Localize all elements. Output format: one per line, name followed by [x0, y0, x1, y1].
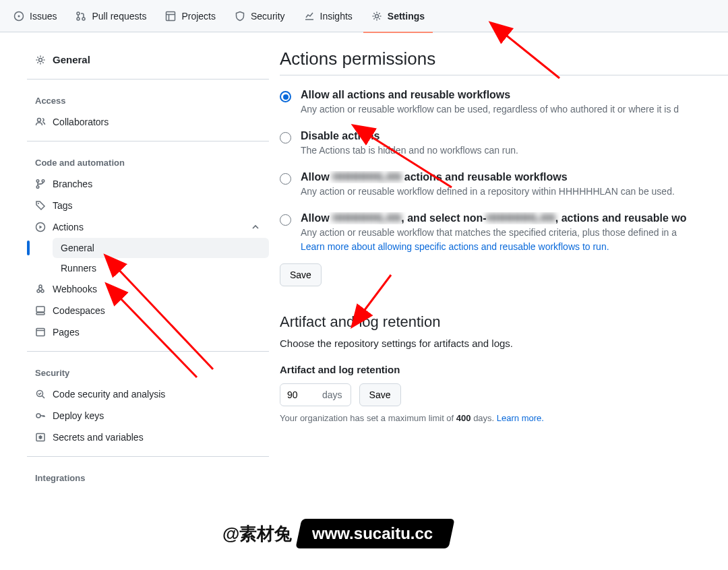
retention-unit: days [321, 385, 351, 404]
tab-pulls[interactable]: Pull requests [67, 0, 154, 32]
git-pull-request-icon [75, 11, 86, 22]
divider [27, 141, 269, 141]
retention-days-input[interactable] [280, 385, 321, 404]
sidebar-subitem-actions-general[interactable]: General [53, 238, 269, 258]
svg-point-9 [36, 180, 39, 183]
svg-point-7 [39, 58, 42, 61]
tab-label: Pull requests [92, 11, 146, 22]
sidebar-item-branches[interactable]: Branches [27, 173, 269, 195]
sidebar-item-webhooks[interactable]: Webhooks [27, 278, 269, 300]
radio-input[interactable] [280, 91, 291, 102]
project-icon [165, 11, 176, 22]
svg-rect-17 [36, 307, 44, 312]
settings-sidebar: General Access Collaborators Code and au… [0, 32, 280, 505]
sidebar-item-label: Actions [53, 222, 84, 232]
sidebar-item-codespaces[interactable]: Codespaces [27, 300, 269, 321]
radio-label: Allow HHHHHHLAN actions and reusable wor… [301, 171, 728, 183]
sidebar-item-label: Branches [53, 179, 92, 189]
retention-input-group: days [280, 383, 351, 406]
radio-description: The Actions tab is hidden and no workflo… [301, 144, 728, 158]
sidebar-item-deploy-keys[interactable]: Deploy keys [27, 405, 269, 426]
sidebar-item-label: Codespaces [53, 305, 105, 316]
codespaces-icon [35, 305, 46, 316]
tab-label: Security [251, 11, 285, 22]
radio-allow-all[interactable]: Allow all actions and reusable workflows… [280, 89, 728, 117]
radio-label: Allow HHHHHHLAN, and select non-HHHHHHLA… [301, 212, 728, 224]
radio-allow-org[interactable]: Allow HHHHHHLAN actions and reusable wor… [280, 171, 728, 199]
git-branch-icon [35, 179, 46, 189]
sidebar-item-label: General [61, 243, 94, 253]
tab-settings[interactable]: Settings [363, 0, 433, 32]
sidebar-item-code-security[interactable]: Code security and analysis [27, 383, 269, 405]
svg-rect-5 [166, 11, 175, 20]
divider [27, 79, 269, 80]
gear-icon [371, 11, 382, 22]
repo-tabnav: Issues Pull requests Projects Security I… [0, 0, 728, 32]
tab-label: Settings [388, 11, 425, 22]
people-icon [35, 117, 46, 127]
radio-input[interactable] [280, 132, 291, 144]
gear-icon [35, 55, 46, 65]
sidebar-heading-code: Code and automation [27, 152, 269, 173]
tab-label: Insights [320, 11, 353, 22]
sidebar-subitem-actions-runners[interactable]: Runners [53, 258, 269, 278]
svg-point-16 [39, 285, 42, 288]
sidebar-item-label: Runners [61, 263, 96, 274]
radio-disable[interactable]: Disable actions The Actions tab is hidde… [280, 130, 728, 158]
svg-point-15 [41, 290, 44, 292]
svg-point-12 [38, 203, 39, 204]
tab-security[interactable]: Security [226, 0, 293, 32]
svg-point-4 [82, 18, 85, 20]
retention-description: Choose the repository settings for artif… [280, 338, 728, 349]
tab-projects[interactable]: Projects [157, 0, 224, 32]
sidebar-item-general[interactable]: General [27, 49, 269, 71]
sidebar-item-actions[interactable]: Actions [27, 216, 269, 238]
svg-point-2 [77, 12, 80, 15]
key-icon [35, 410, 46, 421]
key-asterisk-icon [35, 432, 46, 443]
save-permissions-button[interactable]: Save [280, 263, 322, 286]
radio-allow-select[interactable]: Allow HHHHHHLAN, and select non-HHHHHHLA… [280, 212, 728, 254]
sidebar-item-label: Code security and analysis [53, 389, 165, 400]
svg-rect-19 [36, 329, 44, 336]
tab-label: Issues [30, 11, 57, 22]
svg-point-21 [36, 414, 40, 418]
svg-point-1 [18, 15, 20, 17]
radio-description: Any action or reusable workflow that mat… [301, 226, 728, 254]
tab-issues[interactable]: Issues [5, 0, 65, 32]
retention-help: Your organization has set a maximum limi… [280, 413, 728, 423]
sidebar-item-label: Secrets and variables [53, 432, 144, 443]
shield-icon [235, 11, 245, 22]
learn-more-link[interactable]: Learn more about allowing specific actio… [301, 241, 609, 252]
main-content: Actions permissions Allow all actions an… [280, 32, 728, 505]
graph-icon [304, 11, 315, 22]
webhook-icon [35, 284, 46, 294]
divider [27, 351, 269, 352]
svg-point-6 [375, 14, 378, 18]
sidebar-item-pages[interactable]: Pages [27, 321, 269, 343]
sidebar-item-tags[interactable]: Tags [27, 195, 269, 216]
chevron-down-icon [250, 222, 261, 232]
radio-input[interactable] [280, 214, 291, 226]
radio-label: Disable actions [301, 130, 728, 142]
retention-learn-more-link[interactable]: Learn more. [497, 413, 544, 423]
svg-rect-18 [36, 313, 44, 315]
sidebar-heading-integrations: Integrations [27, 468, 269, 488]
sidebar-item-label: Webhooks [53, 284, 97, 294]
sidebar-item-label: Pages [53, 327, 80, 338]
sidebar-item-label: Deploy keys [53, 410, 104, 421]
browser-icon [35, 327, 46, 338]
save-retention-button[interactable]: Save [359, 383, 401, 406]
svg-point-10 [36, 186, 39, 189]
sidebar-heading-access: Access [27, 90, 269, 111]
divider [27, 456, 269, 457]
issue-icon [13, 11, 24, 22]
svg-point-8 [38, 119, 41, 122]
sidebar-item-secrets[interactable]: Secrets and variables [27, 426, 269, 448]
retention-field-label: Artifact and log retention [280, 364, 728, 375]
sidebar-item-label: Tags [53, 200, 73, 211]
radio-description: Any action or reusable workflow defined … [301, 185, 728, 199]
radio-input[interactable] [280, 173, 291, 185]
sidebar-item-collaborators[interactable]: Collaborators [27, 111, 269, 133]
tab-insights[interactable]: Insights [296, 0, 361, 32]
